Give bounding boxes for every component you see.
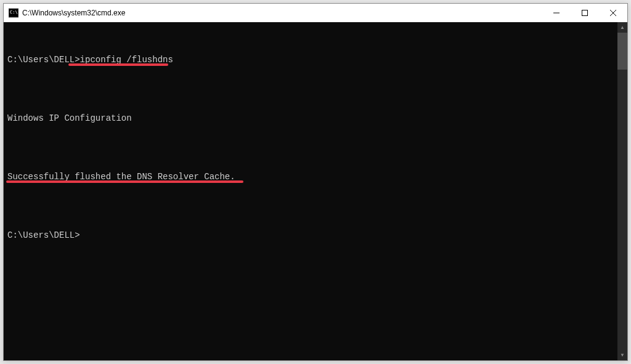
svg-text:C:\: C:\ xyxy=(10,10,18,15)
minimize-button[interactable] xyxy=(542,4,571,22)
cmd-icon: C:\ xyxy=(9,8,18,18)
annotation-underline-icon xyxy=(6,180,243,183)
annotation-underline-icon xyxy=(68,63,168,66)
scroll-up-icon[interactable]: ▲ xyxy=(617,22,627,33)
titlebar[interactable]: C:\ C:\Windows\system32\cmd.exe xyxy=(4,4,627,22)
window-title: C:\Windows\system32\cmd.exe xyxy=(22,9,542,17)
scroll-thumb[interactable] xyxy=(617,33,627,70)
cmd-window: C:\ C:\Windows\system32\cmd.exe C:\Users… xyxy=(3,3,628,361)
window-controls xyxy=(542,4,627,22)
terminal-line: C:\Users\DELL> xyxy=(7,230,616,241)
vertical-scrollbar[interactable]: ▲ ▼ xyxy=(617,22,627,360)
close-button[interactable] xyxy=(599,4,627,22)
maximize-button[interactable] xyxy=(571,4,599,22)
terminal-area: C:\Users\DELL>ipconfig /flushdns Windows… xyxy=(4,22,627,360)
terminal-output[interactable]: C:\Users\DELL>ipconfig /flushdns Windows… xyxy=(4,22,617,360)
terminal-line: C:\Users\DELL>ipconfig /flushdns xyxy=(7,54,616,66)
scroll-down-icon[interactable]: ▼ xyxy=(617,350,627,360)
svg-rect-3 xyxy=(582,10,588,16)
terminal-line: Windows IP Configuration xyxy=(7,113,616,124)
terminal-line: Successfully flushed the DNS Resolver Ca… xyxy=(7,171,616,183)
